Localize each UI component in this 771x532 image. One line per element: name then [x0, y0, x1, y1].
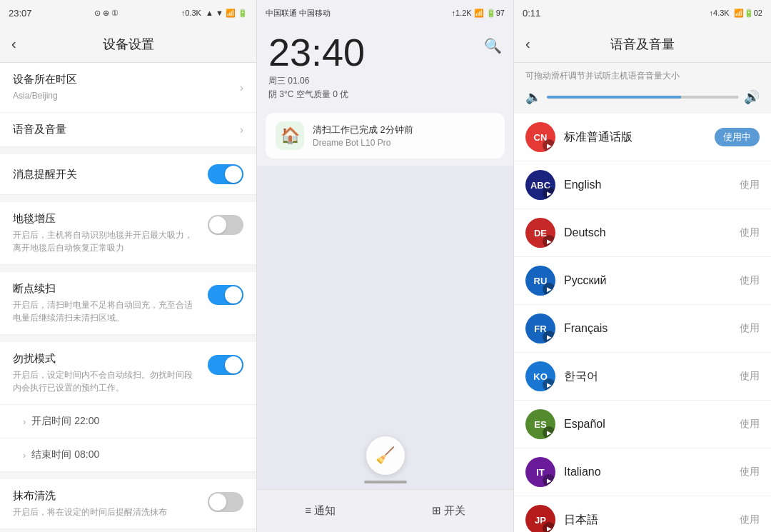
language-list: CN▶标准普通话版使用中ABC▶English使用DE▶Deutsch使用RU▶…	[514, 114, 771, 532]
lang-action-es[interactable]: 使用	[740, 418, 760, 431]
volume-high-icon: 🔊	[744, 89, 760, 105]
mop-setting[interactable]: 抹布清洗 开启后，将在设定的时间后提醒清洗抹布	[0, 479, 256, 529]
play-overlay-fr: ▶	[543, 331, 555, 343]
timezone-setting[interactable]: 设备所在时区 Asia/Beijing ›	[0, 63, 256, 113]
voice-left: 语音及音量	[13, 123, 240, 136]
lang-action-abc[interactable]: 使用	[740, 179, 760, 191]
play-overlay-es: ▶	[543, 426, 555, 439]
back-button-p1[interactable]: ‹	[11, 36, 16, 52]
mop-left: 抹布清洗 开启后，将在设定的时间后提醒清洗抹布	[13, 489, 208, 518]
play-overlay-cn: ▶	[543, 139, 555, 152]
carpet-sub: 开启后，主机将自动识别地毯并开启最大吸力，离开地毯后自动恢复正常吸力	[13, 229, 208, 254]
panel2-statusbar: 中国联通 中国移动 ↑1.2K 📶 🔋97	[257, 0, 513, 26]
lang-item-es[interactable]: ES▶Español使用	[514, 401, 771, 448]
timezone-sub: Asia/Beijing	[13, 89, 240, 102]
timezone-title: 设备所在时区	[13, 73, 240, 86]
dnd-toggle-knob	[225, 356, 242, 373]
lang-action-jp[interactable]: 使用	[740, 513, 760, 526]
mop-toggle-knob	[209, 493, 226, 511]
back-button-p3[interactable]: ‹	[525, 36, 530, 52]
lang-item-jp[interactable]: JP▶日本語使用	[514, 496, 771, 532]
lang-item-ko[interactable]: KO▶한국어使用	[514, 353, 771, 401]
lang-action-ko[interactable]: 使用	[740, 370, 760, 383]
lang-item-it[interactable]: IT▶Italiano使用	[514, 448, 771, 496]
notif-title: 清扫工作已完成 2分钟前	[313, 124, 413, 136]
notif-icon: 🏠	[276, 121, 304, 150]
lang-action-it[interactable]: 使用	[740, 466, 760, 478]
panel2-date-info: 周三 01.06 阴 3°C 空气质量 0 优	[268, 74, 365, 101]
search-icon-p2[interactable]: 🔍	[484, 37, 502, 54]
play-overlay-de: ▶	[543, 235, 555, 248]
start-time-item[interactable]: › 开启时间 22:00	[0, 405, 256, 438]
volume-slider-bg	[681, 96, 738, 99]
resume-title: 断点续扫	[13, 282, 208, 296]
lang-name-de: Deutsch	[564, 226, 731, 239]
lang-item-cn[interactable]: CN▶标准普通话版使用中	[514, 114, 771, 161]
lang-item-abc[interactable]: ABC▶English使用	[514, 161, 771, 209]
device-settings-panel: 23:07 ⊙ ⊕ ① ↑0.3K ▲ ▼ 📶 🔋 ‹ 设备设置 设备所在时区 …	[0, 0, 257, 532]
voice-setting[interactable]: 语音及音量 ›	[0, 113, 256, 147]
carpet-toggle[interactable]	[208, 215, 243, 235]
lang-name-cn: 标准普通话版	[564, 130, 706, 145]
lang-name-fr: Français	[564, 322, 731, 335]
panel3-statusbar: 0:11 ↑4.3K 📶🔋02	[514, 0, 771, 26]
carpet-toggle-knob	[209, 216, 226, 234]
home-panel: 中国联通 中国移动 ↑1.2K 📶 🔋97 23:40 周三 01.06 阴 3…	[257, 0, 514, 532]
play-overlay-abc: ▶	[543, 187, 555, 200]
end-time-chevron: ›	[23, 450, 26, 461]
voice-title: 语音及音量	[13, 123, 240, 136]
resume-setting[interactable]: 断点续扫 开启后，清扫时电量不足将自动回充，充至合适电量后继续清扫未清扫区域。	[0, 272, 256, 335]
dnd-toggle[interactable]	[208, 355, 243, 375]
status-carrier-p2: 中国联通 中国移动	[266, 8, 331, 19]
notification-toggle[interactable]	[208, 164, 243, 184]
lang-item-de[interactable]: DE▶Deutsch使用	[514, 209, 771, 257]
lang-name-ko: 한국어	[564, 369, 731, 384]
gap2	[0, 195, 256, 202]
status-time-p3: 0:11	[523, 8, 540, 19]
lang-icon-jp: JP▶	[525, 505, 555, 532]
dnd-setting[interactable]: 勿扰模式 开启后，设定时间内不会自动续扫。勿扰时间段内会执行已设置的预约工作。	[0, 342, 256, 405]
lang-icon-de: DE▶	[525, 218, 555, 248]
notification-card[interactable]: 🏠 清扫工作已完成 2分钟前 Dreame Bot L10 Pro	[266, 113, 505, 159]
timezone-left: 设备所在时区 Asia/Beijing	[13, 73, 240, 102]
play-overlay-jp: ▶	[543, 522, 555, 532]
sweep-button[interactable]: 🧹	[366, 436, 405, 475]
lang-item-fr[interactable]: FR▶Français使用	[514, 305, 771, 353]
notif-text: 清扫工作已完成 2分钟前 Dreame Bot L10 Pro	[313, 124, 413, 148]
power-footer-btn[interactable]: ⊞ 开关	[432, 504, 465, 518]
lang-name-es: Español	[564, 418, 731, 431]
carpet-setting[interactable]: 地毯增压 开启后，主机将自动识别地毯并开启最大吸力，离开地毯后自动恢复正常吸力	[0, 202, 256, 265]
lang-icon-ru: RU▶	[525, 266, 555, 296]
notification-left: 消息提醒开关	[13, 168, 208, 181]
lang-action-de[interactable]: 使用	[740, 226, 760, 239]
resume-left: 断点续扫 开启后，清扫时电量不足将自动回充，充至合适电量后继续清扫未清扫区域。	[13, 282, 208, 324]
panel3-header: ‹ 语音及音量	[514, 26, 771, 63]
volume-slider-track[interactable]	[547, 96, 738, 99]
notify-footer-btn[interactable]: ≡ 通知	[305, 504, 336, 518]
play-overlay-it: ▶	[543, 474, 555, 487]
gap5	[0, 472, 256, 479]
notification-title: 消息提醒开关	[13, 168, 208, 181]
notification-toggle-knob	[225, 166, 242, 183]
panel2-weather: 阴 3°C 空气质量 0 优	[268, 88, 365, 101]
lang-icon-fr: FR▶	[525, 313, 555, 343]
status-time-p1: 23:07	[9, 8, 32, 19]
lang-action-cn[interactable]: 使用中	[715, 128, 760, 146]
volume-hint: 可拖动滑杆调节并试听主机语音音量大小	[514, 63, 771, 86]
panel2-footer: ≡ 通知 ⊞ 开关	[257, 489, 513, 532]
resume-toggle-knob	[225, 286, 242, 303]
timezone-chevron: ›	[240, 81, 243, 94]
end-time-item[interactable]: › 结束时间 08:00	[0, 438, 256, 472]
lang-action-ru[interactable]: 使用	[740, 274, 760, 287]
status-right-p3: ↑4.3K 📶🔋02	[710, 9, 762, 18]
lang-name-abc: English	[564, 179, 731, 191]
notification-setting[interactable]: 消息提醒开关	[0, 154, 256, 195]
volume-slider-area: 🔈 🔊	[514, 86, 771, 114]
carpet-left: 地毯增压 开启后，主机将自动识别地毯并开启最大吸力，离开地毯后自动恢复正常吸力	[13, 212, 208, 254]
lang-item-ru[interactable]: RU▶Русский使用	[514, 257, 771, 305]
mop-toggle[interactable]	[208, 492, 243, 512]
notif-subtitle: Dreame Bot L10 Pro	[313, 138, 413, 148]
resume-toggle[interactable]	[208, 285, 243, 305]
status-right-p2: ↑1.2K 📶 🔋97	[452, 9, 505, 18]
lang-action-fr[interactable]: 使用	[740, 322, 760, 335]
